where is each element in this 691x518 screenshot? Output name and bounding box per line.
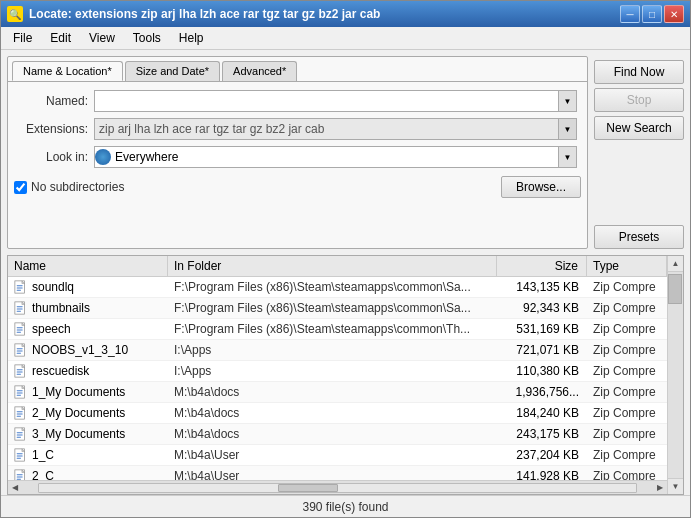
cell-type: Zip Compre xyxy=(587,341,667,359)
zip-file-icon xyxy=(14,322,28,336)
cell-name-text: 1_C xyxy=(32,448,54,462)
h-scroll-right[interactable]: ▶ xyxy=(653,483,667,492)
cell-name-text: 2_My Documents xyxy=(32,406,125,420)
col-header-type[interactable]: Type xyxy=(587,256,667,276)
tab-size-date[interactable]: Size and Date* xyxy=(125,61,220,81)
cell-size: 110,380 KB xyxy=(497,362,587,380)
cell-name: 2_C xyxy=(8,467,168,480)
h-scroll-track[interactable] xyxy=(38,483,637,493)
svg-rect-32 xyxy=(17,411,23,412)
action-buttons-panel: Find Now Stop New Search Presets xyxy=(594,56,684,249)
cell-size: 184,240 KB xyxy=(497,404,587,422)
menu-edit[interactable]: Edit xyxy=(42,29,79,47)
zip-file-icon xyxy=(14,301,28,315)
h-scroll-left[interactable]: ◀ xyxy=(8,483,22,492)
v-scroll-up[interactable]: ▲ xyxy=(668,256,683,272)
maximize-button[interactable]: □ xyxy=(642,5,662,23)
new-search-button[interactable]: New Search xyxy=(594,116,684,140)
extensions-dropdown-arrow[interactable]: ▼ xyxy=(558,119,576,139)
cell-folder: M:\b4a\docs xyxy=(168,425,497,443)
zip-file-icon xyxy=(14,406,28,420)
cell-name: thumbnails xyxy=(8,299,168,317)
col-header-folder[interactable]: In Folder xyxy=(168,256,497,276)
named-input[interactable] xyxy=(95,92,558,110)
svg-rect-29 xyxy=(17,395,21,396)
no-subdirectories-text: No subdirectories xyxy=(31,180,124,194)
menu-file[interactable]: File xyxy=(5,29,40,47)
cell-name-text: soundlq xyxy=(32,280,74,294)
results-header: Name In Folder Size Type xyxy=(8,256,667,277)
cell-size: 243,175 KB xyxy=(497,425,587,443)
cell-type: Zip Compre xyxy=(587,425,667,443)
cell-size: 237,204 KB xyxy=(497,446,587,464)
no-subdirectories-label: No subdirectories xyxy=(14,180,124,194)
svg-rect-42 xyxy=(17,453,23,454)
table-row[interactable]: 2_My Documents M:\b4a\docs 184,240 KB Zi… xyxy=(8,403,667,424)
main-window: 🔍 Locate: extensions zip arj lha lzh ace… xyxy=(0,0,691,518)
v-scroll-down[interactable]: ▼ xyxy=(668,478,683,494)
menu-tools[interactable]: Tools xyxy=(125,29,169,47)
tab-name-location[interactable]: Name & Location* xyxy=(12,61,123,81)
main-content: Name & Location* Size and Date* Advanced… xyxy=(1,50,690,255)
h-scroll-thumb[interactable] xyxy=(278,484,338,492)
table-row[interactable]: 3_My Documents M:\b4a\docs 243,175 KB Zi… xyxy=(8,424,667,445)
cell-name: 3_My Documents xyxy=(8,425,168,443)
cell-type: Zip Compre xyxy=(587,404,667,422)
table-row[interactable]: 1_My Documents M:\b4a\docs 1,936,756... … xyxy=(8,382,667,403)
named-dropdown-arrow[interactable]: ▼ xyxy=(558,91,576,111)
svg-rect-2 xyxy=(17,285,23,286)
col-header-size[interactable]: Size xyxy=(497,256,587,276)
status-bar: 390 file(s) found xyxy=(1,495,690,517)
cell-name: NOOBS_v1_3_10 xyxy=(8,341,168,359)
table-row[interactable]: NOOBS_v1_3_10 I:\Apps 721,071 KB Zip Com… xyxy=(8,340,667,361)
cell-type: Zip Compre xyxy=(587,383,667,401)
table-row[interactable]: rescuedisk I:\Apps 110,380 KB Zip Compre xyxy=(8,361,667,382)
cell-type: Zip Compre xyxy=(587,299,667,317)
table-row[interactable]: 1_C M:\b4a\User 237,204 KB Zip Compre xyxy=(8,445,667,466)
tab-advanced[interactable]: Advanced* xyxy=(222,61,297,81)
menu-help[interactable]: Help xyxy=(171,29,212,47)
status-text: 390 file(s) found xyxy=(302,500,388,514)
cell-name-text: rescuedisk xyxy=(32,364,89,378)
stop-button[interactable]: Stop xyxy=(594,88,684,112)
title-buttons: ─ □ ✕ xyxy=(620,5,684,23)
cell-size: 141,928 KB xyxy=(497,467,587,480)
look-in-dropdown-arrow[interactable]: ▼ xyxy=(558,147,576,167)
close-button[interactable]: ✕ xyxy=(664,5,684,23)
zip-file-icon xyxy=(14,448,28,462)
svg-rect-22 xyxy=(17,369,23,370)
search-form: Named: ▼ Extensions: zip arj lha lzh ace… xyxy=(8,81,587,176)
svg-rect-34 xyxy=(17,416,21,417)
v-scroll-track[interactable] xyxy=(668,272,683,478)
table-row[interactable]: 2_C M:\b4a\User 141,928 KB Zip Compre xyxy=(8,466,667,480)
look-in-input-container[interactable]: Everywhere ▼ xyxy=(94,146,577,168)
extensions-value: zip arj lha lzh ace rar tgz tar gz bz2 j… xyxy=(95,120,558,138)
v-scroll-thumb[interactable] xyxy=(668,274,682,304)
find-now-button[interactable]: Find Now xyxy=(594,60,684,84)
svg-rect-7 xyxy=(17,306,23,307)
cell-name: 1_C xyxy=(8,446,168,464)
named-row: Named: ▼ xyxy=(18,90,577,112)
named-input-container: ▼ xyxy=(94,90,577,112)
zip-file-icon xyxy=(14,385,28,399)
browse-button[interactable]: Browse... xyxy=(501,176,581,198)
search-panel: Name & Location* Size and Date* Advanced… xyxy=(7,56,588,249)
minimize-button[interactable]: ─ xyxy=(620,5,640,23)
table-row[interactable]: speech F:\Program Files (x86)\Steam\stea… xyxy=(8,319,667,340)
cell-name-text: 2_C xyxy=(32,469,54,480)
look-in-row: Look in: Everywhere ▼ xyxy=(18,146,577,168)
presets-button[interactable]: Presets xyxy=(594,225,684,249)
cell-folder: F:\Program Files (x86)\Steam\steamapps\c… xyxy=(168,320,497,338)
cell-folder: I:\Apps xyxy=(168,362,497,380)
table-row[interactable]: soundlq F:\Program Files (x86)\Steam\ste… xyxy=(8,277,667,298)
table-row[interactable]: thumbnails F:\Program Files (x86)\Steam\… xyxy=(8,298,667,319)
globe-icon xyxy=(95,149,111,165)
zip-file-icon xyxy=(14,364,28,378)
menu-view[interactable]: View xyxy=(81,29,123,47)
svg-rect-48 xyxy=(17,476,23,477)
zip-file-icon xyxy=(14,469,28,480)
results-scroll[interactable]: soundlq F:\Program Files (x86)\Steam\ste… xyxy=(8,277,667,480)
no-subdirectories-checkbox[interactable] xyxy=(14,181,27,194)
cell-name: 2_My Documents xyxy=(8,404,168,422)
col-header-name[interactable]: Name xyxy=(8,256,168,276)
